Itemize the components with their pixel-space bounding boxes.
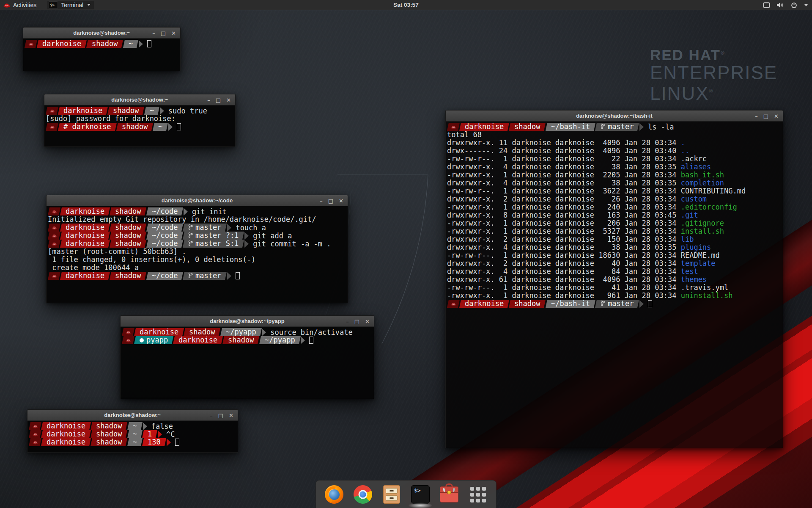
- prompt-segment-path: ~: [144, 107, 159, 115]
- prompt-line: darknoiseshadow~/codemaster: [48, 272, 346, 280]
- maximize-button[interactable]: □: [328, 198, 333, 204]
- terminal-content[interactable]: darknoiseshadow~/codegit initInitialized…: [47, 206, 348, 303]
- close-button[interactable]: ✕: [339, 198, 343, 204]
- toolbox-icon: [440, 486, 458, 502]
- prompt-arrow: [262, 329, 266, 336]
- red-hat-prompt-icon: [33, 440, 38, 444]
- window-titlebar[interactable]: darknoise@shadow:~/bash-it–□✕: [446, 110, 783, 121]
- terminal-output-line: [sudo] password for darknoise:: [46, 115, 234, 123]
- prompt-segment-host: shadow: [91, 438, 127, 446]
- prompt-segment-user: darknoise: [60, 272, 110, 280]
- ls-filename: .: [681, 138, 685, 147]
- prompt-hat-cell: [25, 40, 37, 48]
- prompt-line: darknoiseshadow~/codemastertouch a: [48, 224, 346, 232]
- terminal-cursor[interactable]: [648, 300, 652, 307]
- typed-command: touch a: [236, 224, 266, 232]
- system-status-area[interactable]: [763, 0, 808, 10]
- dock-item-app-grid[interactable]: [468, 485, 488, 504]
- minimize-button[interactable]: –: [152, 30, 155, 36]
- ls-row: drwxrwxr-x. 2 darknoise darknoise 40 Jan…: [447, 260, 782, 268]
- terminal-content[interactable]: darknoiseshadow~/bash-itmasterls -latota…: [446, 121, 783, 448]
- window-titlebar[interactable]: darknoise@shadow:~–□✕: [44, 94, 235, 105]
- terminal-content[interactable]: darknoiseshadow~/pyappsource bin/activat…: [121, 327, 374, 399]
- close-button[interactable]: ✕: [774, 113, 779, 119]
- prompt-segment-exit: 130: [142, 438, 166, 446]
- terminal-content[interactable]: darknoiseshadow~falsedarknoiseshadow~1^C…: [27, 421, 238, 452]
- dock-item-firefox[interactable]: [324, 485, 344, 504]
- maximize-button[interactable]: □: [161, 30, 166, 36]
- prompt-segment-user: darknoise: [459, 300, 509, 308]
- terminal-window-1[interactable]: darknoise@shadow:~–□✕darknoiseshadow~: [23, 27, 181, 71]
- clock[interactable]: Sat 03:57: [393, 2, 418, 8]
- terminal-window-5[interactable]: darknoise@shadow:~–□✕darknoiseshadow~fal…: [27, 409, 238, 453]
- prompt-arrow: [639, 300, 644, 308]
- terminal-cursor[interactable]: [236, 272, 240, 279]
- ls-row: -rw-rw-r--. 1 darknoise darknoise 22 Jan…: [447, 155, 782, 163]
- ls-row: drwxrwxr-x. 11 darknoise darknoise 4096 …: [447, 139, 782, 147]
- maximize-button[interactable]: □: [218, 413, 223, 418]
- window-titlebar[interactable]: darknoise@shadow:~–□✕: [27, 410, 238, 421]
- prompt-arrow: [244, 232, 249, 240]
- dock-item-terminal[interactable]: $>: [411, 485, 430, 504]
- terminal-cursor[interactable]: [175, 439, 179, 446]
- terminal-cursor[interactable]: [147, 40, 151, 47]
- volume-icon[interactable]: [776, 2, 785, 8]
- terminal-window-3[interactable]: darknoise@shadow:~/code–□✕darknoiseshado…: [46, 195, 348, 303]
- brand-red-hat: RED HAT®: [650, 45, 777, 63]
- minimize-button[interactable]: –: [207, 97, 210, 103]
- close-button[interactable]: ✕: [365, 319, 370, 324]
- terminal-content[interactable]: darknoiseshadow~sudo true[sudo] password…: [44, 105, 235, 146]
- terminal-window-2[interactable]: darknoise@shadow:~–□✕darknoiseshadow~sud…: [44, 94, 236, 147]
- prompt-arrow: [143, 422, 147, 430]
- prompt-segment-user: darknoise: [60, 240, 110, 248]
- close-button[interactable]: ✕: [171, 30, 176, 36]
- chrome-icon: [354, 485, 372, 504]
- window-title: darknoise@shadow:~/bash-it: [576, 113, 653, 119]
- prompt-segment-user: darknoise: [58, 107, 108, 115]
- maximize-button[interactable]: □: [216, 97, 221, 103]
- dock-item-chrome[interactable]: [353, 485, 373, 504]
- prompt-segment-path: ~/pyapp: [259, 336, 301, 344]
- red-hat-logo-icon: [3, 3, 10, 8]
- close-button[interactable]: ✕: [226, 97, 231, 103]
- chevron-down-icon: [804, 4, 808, 6]
- close-button[interactable]: ✕: [229, 413, 233, 418]
- prompt-arrow: [227, 224, 231, 232]
- red-hat-prompt-icon: [49, 125, 55, 129]
- prompt-line: darknoiseshadow~: [25, 40, 179, 48]
- prompt-segment-host: shadow: [110, 224, 146, 232]
- screen-indicator-icon[interactable]: [763, 2, 770, 8]
- prompt-line: darknoiseshadow~130: [29, 438, 236, 446]
- minimize-button[interactable]: –: [320, 198, 323, 204]
- git-branch-icon: [188, 232, 193, 238]
- git-branch-icon: [601, 124, 605, 129]
- window-titlebar[interactable]: darknoise@shadow:~–□✕: [23, 28, 180, 39]
- window-titlebar[interactable]: darknoise@shadow:~/code–□✕: [47, 195, 348, 206]
- window-titlebar[interactable]: darknoise@shadow:~/pyapp–□✕: [121, 316, 374, 327]
- maximize-button[interactable]: □: [354, 319, 359, 324]
- app-menu-terminal[interactable]: $> Terminal: [47, 1, 94, 9]
- red-hat-prompt-icon: [52, 274, 57, 278]
- window-controls: –□✕: [210, 410, 233, 421]
- maximize-button[interactable]: □: [763, 113, 768, 119]
- minimize-button[interactable]: –: [346, 319, 349, 324]
- minimize-button[interactable]: –: [755, 113, 758, 119]
- terminal-window-4[interactable]: darknoise@shadow:~/pyapp–□✕darknoiseshad…: [120, 315, 374, 399]
- power-icon[interactable]: [791, 2, 797, 8]
- window-title: darknoise@shadow:~/code: [162, 197, 233, 204]
- typed-command: ls -la: [648, 123, 674, 131]
- prompt-segment-git: master: [595, 123, 639, 131]
- red-hat-prompt-icon: [451, 125, 456, 129]
- activities-button[interactable]: Activities: [3, 2, 36, 8]
- git-branch-icon: [601, 301, 605, 306]
- dock-item-files[interactable]: [382, 485, 401, 504]
- terminal-cursor[interactable]: [177, 123, 181, 130]
- window-controls: –□✕: [207, 94, 231, 105]
- prompt-segment-host: shadow: [110, 272, 146, 280]
- terminal-window-6[interactable]: darknoise@shadow:~/bash-it–□✕darknoisesh…: [445, 110, 783, 448]
- prompt-segment-path: ~: [123, 40, 138, 48]
- dock-item-toolbox[interactable]: [439, 485, 459, 504]
- terminal-content[interactable]: darknoiseshadow~: [23, 39, 180, 71]
- terminal-cursor[interactable]: [309, 337, 313, 344]
- minimize-button[interactable]: –: [210, 413, 213, 418]
